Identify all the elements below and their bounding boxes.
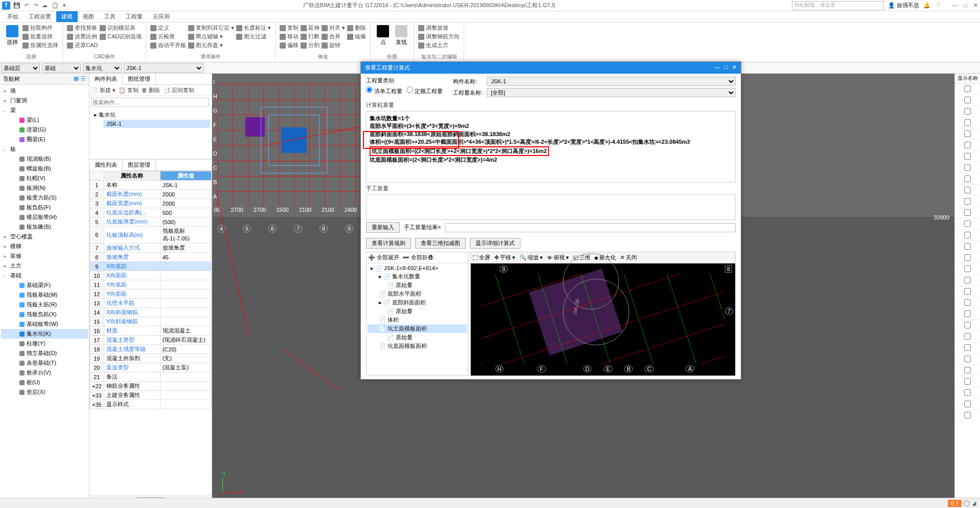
property-row[interactable]: 6坑板顶标高(m)筏板底标高-1(-7.05): [90, 227, 212, 244]
gen-earthwork[interactable]: 生成土方: [418, 41, 460, 49]
minimize-button[interactable]: —: [952, 2, 958, 9]
nav-leaf[interactable]: 条形基础(T): [1, 358, 88, 368]
move[interactable]: 移动: [280, 33, 299, 40]
nav-leaf[interactable]: 柱帽(V): [1, 173, 88, 183]
tab-drawing-manage[interactable]: 图纸管理: [123, 74, 156, 84]
property-row[interactable]: 21备注: [90, 372, 212, 382]
status-icon[interactable]: [964, 500, 970, 506]
display-name-checkbox[interactable]: [964, 232, 971, 238]
pv-full[interactable]: ⛶ 全屏: [472, 254, 490, 261]
qty-tree-node[interactable]: 📄 体积: [368, 316, 467, 324]
merge[interactable]: 合并: [322, 33, 345, 40]
type-select[interactable]: 集水坑: [83, 63, 122, 73]
break[interactable]: 打断: [301, 33, 320, 40]
property-row[interactable]: 15Y向斜面钢筋: [90, 317, 212, 326]
tab-start[interactable]: 开始: [2, 11, 24, 22]
dialog-close[interactable]: ✕: [732, 64, 737, 70]
qat-more-icon[interactable]: 📋: [52, 2, 59, 9]
nav-node[interactable]: -基础: [1, 271, 88, 280]
nav-leaf[interactable]: 桩(U): [1, 378, 88, 387]
display-name-checkbox[interactable]: [964, 198, 971, 205]
tab-property-list[interactable]: 属性列表: [89, 160, 123, 171]
new-button[interactable]: 📄 新建 ▾: [91, 86, 116, 94]
split[interactable]: 旋转: [322, 41, 345, 49]
expand-all[interactable]: ➕ 全部展开: [368, 254, 399, 261]
nav-leaf[interactable]: 板洞(N): [1, 183, 88, 193]
property-row[interactable]: 10X向面筋: [90, 271, 212, 280]
tab-layer-manage[interactable]: 图层管理: [123, 160, 156, 170]
qty-tree-node[interactable]: ▸ 📄 JSK-1<8-692,E+814>: [368, 264, 467, 272]
pv-zoom[interactable]: 🔍 缩放 ▾: [519, 254, 543, 261]
property-row[interactable]: 11Y向底筋: [90, 280, 212, 290]
qty-tree-node[interactable]: 📄 坑立面模板面积: [368, 324, 467, 333]
nav-leaf[interactable]: 垫层(X): [1, 387, 88, 397]
extend[interactable]: 延伸: [301, 24, 320, 32]
preview-3d[interactable]: ⛶ 全屏 ✥ 平移 ▾ 🔍 缩放 ▾ 👁 俯视 ▾ ◱ 三维 ■ 最大化 ✕ 关…: [470, 252, 736, 376]
pv-pan[interactable]: ✥ 平移 ▾: [494, 254, 515, 261]
nav-leaf[interactable]: 基础梁(F): [1, 280, 88, 290]
select-by-property[interactable]: 按属性选择: [22, 41, 58, 49]
floor-select[interactable]: 基础层: [1, 63, 40, 73]
property-row[interactable]: 14X向斜面钢筋: [90, 308, 212, 317]
nav-list-icon[interactable]: ☰: [81, 75, 86, 83]
property-row[interactable]: +33土建业务属性: [90, 391, 212, 400]
display-name-checkbox[interactable]: [964, 266, 971, 272]
property-table[interactable]: 属性名称属性值 1名称JSK-12截面长度(mm)20003截面宽度(mm)20…: [89, 171, 212, 496]
comp-name-select[interactable]: JSK-1: [487, 77, 736, 86]
show-detail-button[interactable]: 显示详细计算式: [470, 238, 520, 249]
display-name-checkbox[interactable]: [964, 412, 971, 418]
qty-tree-node[interactable]: 📄 坑底面模板面积: [368, 342, 467, 350]
display-name-checkbox[interactable]: [964, 187, 971, 193]
copy-button[interactable]: 📋 复制: [119, 86, 139, 94]
pick-component[interactable]: 拾取构件: [22, 24, 58, 32]
qty-tree-node[interactable]: ▸ 📄 集水坑数量: [368, 272, 467, 281]
nav-leaf[interactable]: 筏板负筋(X): [1, 310, 88, 319]
nav-node[interactable]: +墙: [1, 86, 88, 96]
qty-tree-node[interactable]: 📄 原始量: [368, 281, 467, 290]
nav-leaf[interactable]: 桩承台(V): [1, 368, 88, 378]
nav-leaf[interactable]: 柱墩(Y): [1, 339, 88, 348]
reenter-button[interactable]: 重新输入: [366, 222, 400, 233]
length-dim[interactable]: 长度标注 ▾: [236, 24, 271, 32]
nav-leaf[interactable]: 连梁(G): [1, 125, 88, 135]
display-name-checkbox[interactable]: [964, 119, 971, 126]
elem-filter[interactable]: 图元过滤: [236, 33, 271, 40]
cloud-check[interactable]: 云检查: [150, 33, 186, 40]
property-row[interactable]: 8放坡角度45: [90, 253, 212, 262]
display-name-checkbox[interactable]: [964, 367, 971, 373]
point-button[interactable]: 点: [375, 24, 391, 47]
property-row[interactable]: 18混凝土强度等级(C20): [90, 345, 212, 354]
nav-node[interactable]: +楼梯: [1, 241, 88, 251]
nav-leaf[interactable]: 独立基础(D): [1, 348, 88, 358]
delete[interactable]: 删除: [347, 24, 366, 32]
close-button[interactable]: ✕: [973, 2, 978, 9]
category-select[interactable]: 基础: [42, 63, 81, 73]
nav-leaf[interactable]: 基础板带(W): [1, 319, 88, 329]
display-name-checkbox[interactable]: [964, 153, 971, 160]
nav-leaf[interactable]: 梁(L): [1, 115, 88, 125]
display-name-checkbox[interactable]: [964, 288, 971, 295]
display-name-checkbox[interactable]: [964, 389, 971, 396]
nav-tree[interactable]: +墙+门窗洞-梁梁(L)连梁(G)圈梁(E)-板现浇板(B)螺旋板(B)柱帽(V…: [0, 85, 89, 508]
user-label[interactable]: 👤 自强不息: [888, 2, 919, 9]
display-name-checkbox[interactable]: [964, 164, 971, 171]
elem-save[interactable]: 图元存盘 ▾: [188, 41, 234, 49]
align[interactable]: 对齐 ▾: [322, 24, 345, 32]
tab-view[interactable]: 视图: [78, 11, 99, 22]
help-search[interactable]: 轻松解疑，搜这里: [792, 1, 884, 10]
copy-to-floor[interactable]: 复制到其它层 ▾: [188, 24, 234, 32]
pv-close[interactable]: ✕ 关闭: [620, 254, 637, 261]
nav-node[interactable]: +装修: [1, 251, 88, 261]
offset[interactable]: 分割: [301, 41, 320, 49]
qty-tree-node[interactable]: 📄 原始量: [368, 333, 467, 342]
component-select[interactable]: JSK-1: [124, 63, 203, 73]
restore-cad[interactable]: 还原CAD: [67, 41, 98, 49]
display-name-checkbox[interactable]: [964, 97, 971, 103]
nav-leaf[interactable]: 楼层板带(H): [1, 212, 88, 222]
nav-leaf[interactable]: 圈梁(E): [1, 135, 88, 144]
nav-leaf[interactable]: 筏板主筋(R): [1, 300, 88, 310]
qat-redo-icon[interactable]: ↷: [33, 2, 38, 9]
rotate[interactable]: 镜像: [347, 33, 366, 40]
nav-leaf[interactable]: 筏板基础(M): [1, 290, 88, 300]
display-name-checkbox[interactable]: [964, 378, 971, 385]
